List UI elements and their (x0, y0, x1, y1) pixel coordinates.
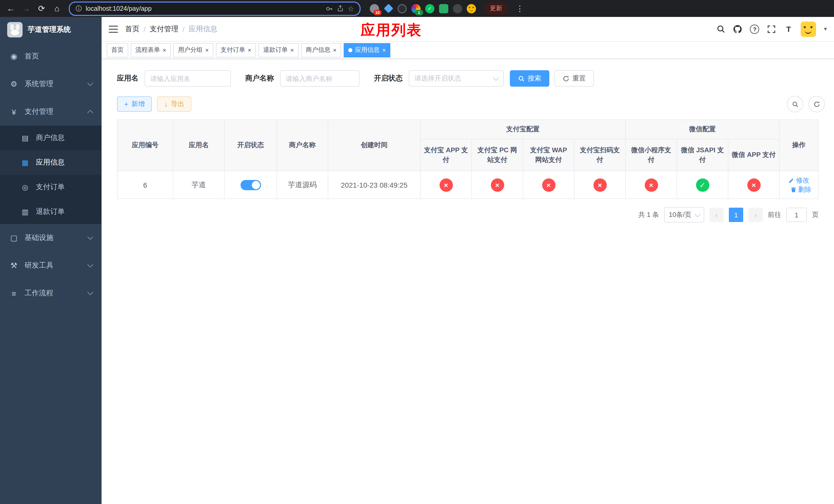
alipay-wap-status-icon: × (542, 178, 555, 191)
goto-suffix: 页 (812, 210, 819, 220)
app-name-label: 应用名 (117, 74, 138, 83)
status-select[interactable]: 请选择开启状态 (409, 70, 504, 87)
bookmark-star-icon[interactable]: ☆ (347, 5, 354, 12)
extension-icon-2[interactable] (384, 4, 393, 13)
chevron-down-icon (87, 290, 93, 295)
table-toolbar: + 新增 ↓ 导出 (117, 96, 826, 112)
sidebar-item-merchant-info[interactable]: ▤ 商户信息 (0, 125, 102, 150)
merchant-name-input[interactable] (280, 70, 359, 87)
url-text[interactable]: localhost:1024/pay/app (86, 5, 322, 12)
extensions-row: 10 1 ✓ (370, 4, 476, 13)
close-icon[interactable]: × (248, 47, 251, 53)
font-size-icon[interactable]: T (784, 24, 793, 33)
page-number-1[interactable]: 1 (729, 208, 743, 222)
document-icon: ▥ (21, 208, 30, 216)
fullscreen-icon[interactable] (767, 24, 776, 33)
add-button[interactable]: + 新增 (117, 96, 152, 112)
github-icon[interactable] (733, 24, 743, 33)
refresh-table-button[interactable] (808, 96, 825, 112)
tab-merchant-info[interactable]: 商户信息 × (301, 43, 341, 57)
browser-menu-icon[interactable]: ⋮ (513, 3, 527, 14)
page-info-icon[interactable] (75, 5, 82, 12)
share-icon[interactable] (336, 5, 344, 12)
close-icon[interactable]: × (382, 47, 386, 53)
sidebar: 芋道管理系统 ◉ 首页 ⚙ 系统管理 ¥ 支付管理 ▤ 商户信息 (0, 17, 102, 504)
goto-page-input[interactable] (786, 208, 807, 222)
tab-refund-orders[interactable]: 退款订单 × (259, 43, 299, 57)
sidebar-item-workflow[interactable]: ≡ 工作流程 (0, 279, 102, 307)
close-icon[interactable]: × (290, 47, 294, 53)
delete-button[interactable]: 删除 (790, 185, 811, 194)
extension-icon-7[interactable] (453, 4, 462, 13)
edit-button[interactable]: 修改 (788, 176, 809, 185)
extension-badge: 1 (415, 9, 423, 15)
browser-update-button[interactable]: 更新 (484, 2, 508, 15)
navbar: 首页 / 支付管理 / 应用信息 应用列表 ? (102, 17, 834, 42)
browser-back-button[interactable]: ← (4, 2, 18, 15)
tab-pay-orders[interactable]: 支付订单 × (216, 43, 256, 57)
sidebar-item-infrastructure[interactable]: ▢ 基础设施 (0, 224, 102, 252)
extension-icon-8[interactable] (467, 4, 476, 13)
col-actions: 操作 (780, 120, 818, 171)
extension-icon-6[interactable] (439, 4, 448, 13)
col-created: 创建时间 (328, 120, 420, 171)
monitor-icon: ▢ (9, 233, 19, 243)
export-button[interactable]: ↓ 导出 (157, 96, 191, 112)
close-icon[interactable]: × (205, 47, 209, 53)
breadcrumb-home[interactable]: 首页 (125, 24, 139, 33)
enable-switch[interactable] (240, 180, 261, 190)
search-icon[interactable] (716, 24, 725, 33)
help-icon[interactable]: ? (750, 24, 760, 33)
plus-icon: + (124, 100, 128, 108)
page-size-select[interactable]: 10条/页 (664, 207, 704, 223)
col-wechat-mini: 微信小程序支付 (626, 139, 677, 171)
cell-merchant: 芋道源码 (277, 171, 328, 199)
breadcrumb-payment[interactable]: 支付管理 (150, 24, 178, 33)
wechat-jsapi-status-icon: ✓ (696, 178, 709, 191)
cell-app-name: 芋道 (173, 171, 224, 199)
user-menu-caret-icon[interactable]: ▾ (824, 26, 827, 32)
browser-toolbar: ← → ⟳ ⌂ localhost:1024/pay/app ☆ 10 1 ✓ (0, 0, 834, 17)
extension-icon-1[interactable]: 10 (370, 4, 379, 13)
wechat-mini-status-icon: × (644, 178, 658, 191)
col-wechat-jsapi: 微信 JSAPI 支付 (677, 139, 728, 171)
col-alipay-scan: 支付宝扫码支付 (574, 139, 626, 171)
chevron-down-icon (87, 262, 93, 268)
sidebar-item-app-info[interactable]: ▦ 应用信息 (0, 150, 102, 175)
app-frame: 芋道管理系统 ◉ 首页 ⚙ 系统管理 ¥ 支付管理 ▤ 商户信息 (0, 17, 834, 504)
extension-icon-5[interactable]: ✓ (425, 4, 435, 13)
next-page-button[interactable]: › (748, 208, 763, 222)
toggle-search-button[interactable] (787, 96, 803, 112)
sidebar-toggle-icon[interactable] (109, 25, 118, 32)
tab-user-group[interactable]: 用户分组 × (173, 43, 213, 57)
close-icon[interactable]: × (162, 47, 166, 53)
password-key-icon[interactable] (326, 5, 333, 12)
reset-button[interactable]: 重置 (554, 70, 594, 87)
sidebar-item-payment[interactable]: ¥ 支付管理 (0, 98, 102, 125)
sidebar-item-dev-tools[interactable]: ⚒ 研发工具 (0, 252, 102, 279)
app-name-input[interactable] (145, 70, 231, 87)
col-app-name: 应用名 (173, 120, 224, 171)
tab-app-info[interactable]: 应用信息 × (344, 43, 390, 57)
tab-process-form[interactable]: 流程表单 × (131, 43, 171, 57)
browser-home-button[interactable]: ⌂ (50, 2, 64, 15)
extension-icon-3[interactable] (397, 4, 407, 13)
browser-reload-button[interactable]: ⟳ (35, 2, 48, 15)
sidebar-item-refund-orders[interactable]: ▥ 退款订单 (0, 200, 102, 224)
active-dot (348, 48, 352, 52)
search-button[interactable]: 搜索 (510, 70, 549, 87)
extension-icon-4[interactable]: 1 (411, 4, 421, 13)
sidebar-logo[interactable]: 芋道管理系统 (0, 17, 102, 43)
sidebar-item-system[interactable]: ⚙ 系统管理 (0, 70, 102, 98)
tab-home[interactable]: 首页 (107, 43, 128, 57)
prev-page-button[interactable]: ‹ (709, 208, 724, 222)
browser-forward-button[interactable]: → (20, 2, 33, 15)
sidebar-item-home[interactable]: ◉ 首页 (0, 43, 102, 70)
status-label: 开启状态 (374, 74, 403, 83)
address-bar[interactable]: localhost:1024/pay/app ☆ (69, 1, 360, 16)
data-table: 应用编号 应用名 开启状态 商户名称 创建时间 支付宝配置 微信配置 操作 支付… (117, 119, 819, 199)
sidebar-item-pay-orders[interactable]: ◎ 支付订单 (0, 175, 102, 200)
close-icon[interactable]: × (333, 47, 336, 53)
alipay-app-status-icon: × (439, 178, 453, 191)
user-avatar[interactable] (801, 21, 816, 37)
